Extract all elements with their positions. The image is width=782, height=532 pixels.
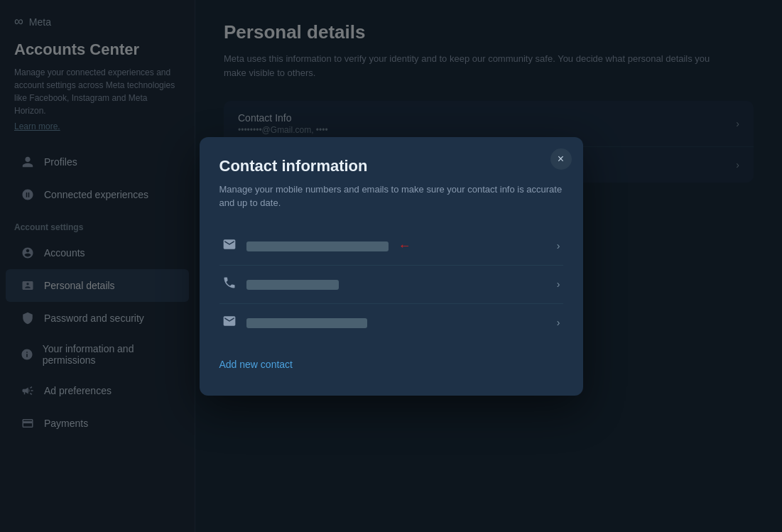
blurred-value-1 [246,241,389,251]
modal-overlay[interactable]: × Contact information Manage your mobile… [0,0,782,532]
modal-title: Contact information [219,157,563,175]
contact-chevron-1: › [557,240,560,251]
blurred-value-3 [246,318,367,328]
add-new-contact-button[interactable]: Add new contact [219,353,293,376]
blurred-value-2 [246,280,339,290]
contact-item-email-1-left: ← [222,237,411,255]
contact-item-email-1[interactable]: ← › [219,227,563,266]
contact-chevron-3: › [557,317,560,328]
phone-icon-1 [222,276,237,293]
contact-info-modal: × Contact information Manage your mobile… [200,137,583,396]
contact-value-email-2 [246,316,367,329]
contact-chevron-2: › [557,278,560,290]
arrow-indicator: ← [398,239,411,254]
contact-item-phone-1[interactable]: › [219,266,563,304]
modal-description: Manage your mobile numbers and emails to… [219,183,563,210]
email-icon-2 [222,314,237,332]
email-icon-1 [222,237,237,255]
contact-value-email-1 [246,239,389,252]
contact-value-phone-1 [246,278,339,291]
contact-item-phone-1-left [222,276,339,293]
contact-item-email-2-left [222,314,367,332]
contact-item-email-2[interactable]: › [219,304,563,342]
modal-close-button[interactable]: × [550,148,572,170]
